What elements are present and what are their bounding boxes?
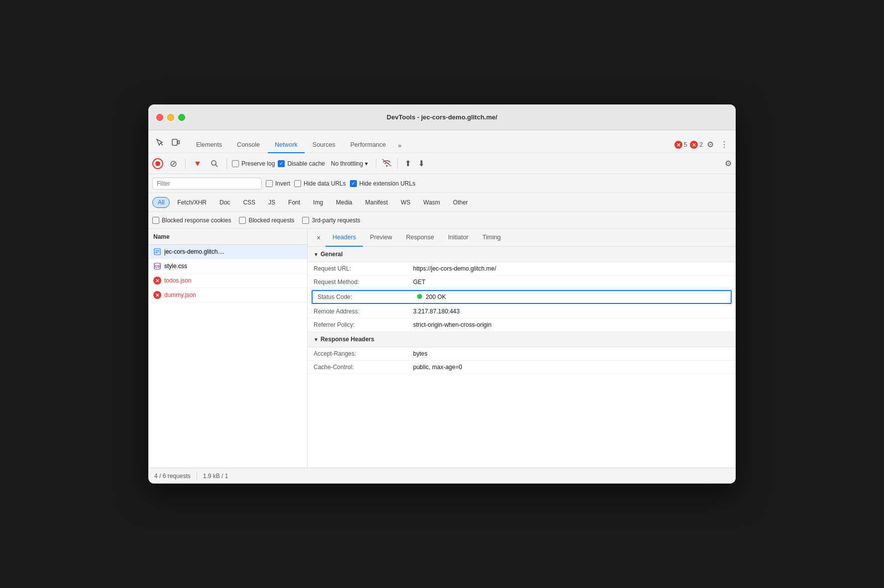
request-list: jec-cors-demo.glitch.... CSS style.css ✕ bbox=[148, 245, 307, 468]
toolbar-divider-1 bbox=[185, 158, 186, 169]
device-icon[interactable] bbox=[169, 136, 182, 149]
type-btn-doc[interactable]: Doc bbox=[214, 197, 235, 208]
cache-control-key: Cache-Control: bbox=[314, 364, 413, 371]
type-btn-media[interactable]: Media bbox=[331, 197, 358, 208]
request-item-3[interactable]: ✕ todos.json bbox=[148, 274, 307, 288]
error-count-2: 2 bbox=[699, 141, 703, 148]
throttle-label: No throttling bbox=[331, 160, 363, 167]
right-panel: × Headers Preview Response Initiator Tim… bbox=[308, 229, 736, 468]
type-btn-fetch[interactable]: Fetch/XHR bbox=[172, 197, 212, 208]
preserve-log-checkbox[interactable]: Preserve log bbox=[232, 160, 275, 167]
type-btn-all[interactable]: All bbox=[152, 197, 170, 208]
tab-sources[interactable]: Sources bbox=[306, 137, 342, 153]
error-count-1: 5 bbox=[684, 141, 687, 148]
name-column-header: Name bbox=[153, 233, 170, 240]
tab-timing[interactable]: Timing bbox=[475, 229, 508, 247]
main-toolbar: ⊘ ▼ Preserve log Disable cache No thrott… bbox=[148, 153, 736, 174]
hide-ext-checkbox-box bbox=[350, 180, 357, 187]
record-inner bbox=[155, 161, 160, 166]
hide-data-label-text: Hide data URLs bbox=[304, 180, 346, 187]
disable-cache-checkbox[interactable]: Disable cache bbox=[278, 160, 325, 167]
tab-console[interactable]: Console bbox=[230, 137, 267, 153]
response-headers-arrow: ▼ bbox=[314, 337, 319, 342]
third-party-label: 3rd-party requests bbox=[312, 217, 360, 224]
type-btn-wasm[interactable]: Wasm bbox=[418, 197, 446, 208]
request-url-row: Request URL: https://jec-cors-demo.glitc… bbox=[308, 262, 736, 276]
search-button[interactable] bbox=[208, 157, 221, 171]
type-btn-other[interactable]: Other bbox=[447, 197, 473, 208]
more-icon[interactable]: ⋮ bbox=[718, 140, 731, 153]
window-title: DevTools - jec-cors-demo.glitch.me/ bbox=[387, 113, 497, 121]
accept-ranges-row: Accept-Ranges: bytes bbox=[308, 347, 736, 361]
tab-elements[interactable]: Elements bbox=[189, 137, 229, 153]
disable-cache-label: Disable cache bbox=[287, 160, 325, 167]
filter-bar: Invert Hide data URLs Hide extension URL… bbox=[148, 174, 736, 193]
toolbar-divider-2 bbox=[226, 158, 227, 169]
close-button[interactable] bbox=[156, 114, 163, 121]
invert-checkbox[interactable]: Invert bbox=[266, 180, 290, 187]
tab-more-button[interactable]: » bbox=[394, 138, 405, 153]
disable-cache-checkbox-box bbox=[278, 160, 285, 167]
request-url-key: Request URL: bbox=[314, 265, 413, 272]
clear-button[interactable]: ⊘ bbox=[166, 157, 180, 171]
hide-data-checkbox-box bbox=[294, 180, 301, 187]
tab-initiator[interactable]: Initiator bbox=[441, 229, 475, 247]
request-item-2[interactable]: CSS style.css bbox=[148, 259, 307, 274]
request-item-1[interactable]: jec-cors-demo.glitch.... bbox=[148, 245, 307, 259]
tab-network[interactable]: Network bbox=[268, 137, 305, 153]
hide-ext-checkbox[interactable]: Hide extension URLs bbox=[350, 180, 416, 187]
throttle-select[interactable]: No throttling ▾ bbox=[328, 159, 371, 169]
filter-input[interactable] bbox=[152, 178, 262, 190]
request-method-row: Request Method: GET bbox=[308, 276, 736, 289]
minimize-button[interactable] bbox=[167, 114, 174, 121]
type-btn-js[interactable]: JS bbox=[263, 197, 281, 208]
tab-headers[interactable]: Headers bbox=[326, 229, 363, 247]
preserve-log-label: Preserve log bbox=[241, 160, 275, 167]
referrer-policy-row: Referrer Policy: strict-origin-when-cros… bbox=[308, 318, 736, 332]
error-badge-1[interactable]: ✕ 5 bbox=[674, 141, 687, 149]
status-bar: 4 / 6 requests 1.9 kB / 1 bbox=[148, 468, 736, 484]
blocked-requests-checkbox[interactable]: Blocked requests bbox=[239, 217, 294, 224]
status-divider bbox=[197, 472, 197, 480]
error-badge-2[interactable]: ✕ 2 bbox=[690, 141, 703, 149]
blocked-requests-label: Blocked requests bbox=[248, 217, 294, 224]
toolbar-divider-3 bbox=[376, 158, 376, 169]
close-panel-button[interactable]: × bbox=[312, 231, 326, 245]
type-btn-font[interactable]: Font bbox=[283, 197, 306, 208]
svg-rect-1 bbox=[172, 139, 177, 145]
settings-icon[interactable]: ⚙ bbox=[704, 140, 717, 153]
request-item-4[interactable]: ✕ dummy.json bbox=[148, 288, 307, 302]
maximize-button[interactable] bbox=[178, 114, 185, 121]
hide-data-checkbox[interactable]: Hide data URLs bbox=[294, 180, 346, 187]
download-icon[interactable]: ⬇ bbox=[416, 157, 427, 170]
type-btn-manifest[interactable]: Manifest bbox=[360, 197, 393, 208]
third-party-checkbox[interactable]: 3rd-party requests bbox=[302, 217, 360, 224]
type-btn-css[interactable]: CSS bbox=[237, 197, 261, 208]
cursor-icon[interactable] bbox=[153, 136, 166, 149]
upload-icon[interactable]: ⬆ bbox=[403, 157, 413, 170]
referrer-policy-value: strict-origin-when-cross-origin bbox=[413, 321, 730, 328]
main-content: Name jec-cors-demo.glitch.... bbox=[148, 229, 736, 468]
tab-performance[interactable]: Performance bbox=[343, 137, 393, 153]
network-settings-icon[interactable]: ⚙ bbox=[725, 159, 732, 168]
general-section-header[interactable]: ▼ General bbox=[308, 247, 736, 262]
cache-control-value: public, max-age=0 bbox=[413, 364, 730, 371]
filter-icon[interactable]: ▼ bbox=[191, 157, 205, 171]
request-url-value[interactable]: https://jec-cors-demo.glitch.me/ bbox=[413, 265, 730, 272]
response-headers-section-header[interactable]: ▼ Response Headers bbox=[308, 332, 736, 347]
tab-preview[interactable]: Preview bbox=[363, 229, 399, 247]
headers-content: ▼ General Request URL: https://jec-cors-… bbox=[308, 247, 736, 468]
blocked-cookies-checkbox[interactable]: Blocked response cookies bbox=[152, 217, 231, 224]
status-code-text: 200 OK bbox=[426, 294, 446, 300]
svg-rect-2 bbox=[178, 141, 180, 144]
svg-point-3 bbox=[212, 161, 216, 165]
tab-errors: ✕ 5 ✕ 2 bbox=[674, 141, 703, 153]
titlebar: DevTools - jec-cors-demo.glitch.me/ bbox=[148, 104, 736, 130]
type-btn-img[interactable]: Img bbox=[308, 197, 329, 208]
request-name-1: jec-cors-demo.glitch.... bbox=[164, 248, 302, 255]
offline-icon[interactable] bbox=[381, 158, 392, 169]
blocked-bar: Blocked response cookies Blocked request… bbox=[148, 212, 736, 229]
type-btn-ws[interactable]: WS bbox=[395, 197, 416, 208]
record-button[interactable] bbox=[152, 158, 163, 169]
tab-response[interactable]: Response bbox=[399, 229, 441, 247]
